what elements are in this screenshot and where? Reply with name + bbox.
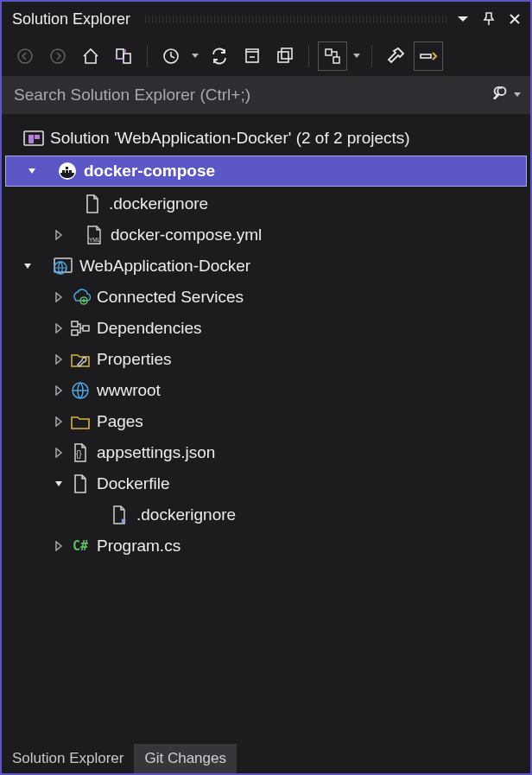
- node-label: Properties: [97, 350, 172, 369]
- file-label: .dockerignore: [109, 194, 208, 213]
- file-dockerignore-2[interactable]: .dockerignore: [2, 499, 530, 530]
- solution-node[interactable]: Solution 'WebApplication-Docker' (2 of 2…: [2, 123, 530, 154]
- track-dropdown-icon[interactable]: [351, 52, 363, 60]
- solution-tree: Solution 'WebApplication-Docker' (2 of 2…: [2, 114, 530, 744]
- chevron-right-icon[interactable]: [52, 446, 66, 460]
- node-connected-services[interactable]: Connected Services: [2, 282, 530, 313]
- chevron-right-icon[interactable]: [52, 290, 66, 304]
- file-dockerfile[interactable]: Dockerfile: [2, 468, 530, 499]
- node-label: wwwroot: [97, 381, 161, 400]
- panel-titlebar: Solution Explorer: [2, 2, 530, 36]
- svg-rect-25: [72, 321, 78, 327]
- svg-rect-9: [333, 57, 339, 63]
- svg-rect-18: [66, 170, 68, 173]
- svg-rect-2: [117, 49, 124, 59]
- chevron-right-icon[interactable]: [52, 415, 66, 429]
- svg-rect-14: [28, 135, 34, 143]
- toolbar: [2, 36, 530, 76]
- svg-rect-10: [421, 54, 431, 58]
- folder-icon: [69, 410, 92, 433]
- svg-point-0: [18, 49, 32, 63]
- nav-forward-button[interactable]: [43, 41, 73, 71]
- globe-icon: [69, 379, 92, 402]
- file-appsettings-json[interactable]: {} appsettings.json: [2, 437, 530, 468]
- chevron-right-icon[interactable]: [52, 384, 66, 397]
- file-dockerignore-1[interactable]: .dockerignore: [2, 188, 530, 219]
- file-label: Dockerfile: [97, 474, 169, 493]
- yml-file-icon: YML: [83, 224, 105, 246]
- collapse-all-button[interactable]: [238, 41, 267, 71]
- panel-grip[interactable]: [142, 15, 449, 23]
- svg-rect-6: [278, 52, 288, 62]
- dependencies-icon: [69, 317, 92, 340]
- show-all-files-button[interactable]: [270, 41, 300, 71]
- svg-rect-27: [83, 326, 89, 331]
- file-icon: [81, 193, 104, 215]
- search-input[interactable]: [14, 86, 491, 105]
- track-active-item-button[interactable]: [318, 41, 347, 71]
- tab-solution-explorer[interactable]: Solution Explorer: [2, 744, 134, 773]
- svg-text:{}: {}: [76, 449, 82, 459]
- svg-rect-20: [69, 170, 72, 173]
- solution-icon: [22, 127, 45, 149]
- preview-selected-button[interactable]: [414, 41, 443, 71]
- properties-button[interactable]: [381, 41, 410, 71]
- chevron-right-icon[interactable]: [52, 539, 66, 553]
- chevron-down-icon[interactable]: [52, 477, 66, 491]
- svg-point-1: [51, 49, 65, 63]
- node-dependencies[interactable]: Dependencies: [2, 313, 530, 344]
- sync-button[interactable]: [205, 41, 234, 71]
- connected-services-icon: [69, 286, 92, 308]
- tab-git-changes[interactable]: Git Changes: [134, 744, 237, 773]
- window-options-icon[interactable]: [454, 10, 472, 28]
- node-properties[interactable]: Properties: [2, 344, 530, 375]
- chevron-down-icon[interactable]: [21, 259, 35, 273]
- node-wwwroot[interactable]: wwwroot: [2, 375, 530, 406]
- node-label: Pages: [97, 412, 143, 431]
- nav-back-button[interactable]: [10, 41, 40, 71]
- close-icon[interactable]: [506, 10, 523, 28]
- pending-changes-filter-button[interactable]: [156, 41, 186, 71]
- solution-explorer-panel: Solution Explorer: [0, 0, 532, 775]
- node-label: Dependencies: [97, 319, 201, 338]
- file-link-icon: [109, 504, 131, 526]
- file-docker-compose-yml[interactable]: YML docker-compose.yml: [2, 219, 530, 251]
- svg-rect-15: [35, 135, 40, 139]
- search-dropdown-icon[interactable]: [513, 91, 522, 99]
- chevron-right-icon[interactable]: [52, 228, 66, 242]
- svg-text:YML: YML: [89, 237, 101, 243]
- file-label: appsettings.json: [97, 443, 215, 462]
- svg-rect-17: [62, 170, 65, 173]
- docker-compose-icon: [56, 160, 79, 182]
- filter-dropdown-icon[interactable]: [189, 52, 201, 60]
- json-file-icon: {}: [69, 441, 92, 464]
- chevron-right-icon[interactable]: [52, 321, 66, 335]
- pin-icon[interactable]: [480, 10, 497, 28]
- project-label: WebApplication-Docker: [79, 257, 250, 276]
- search-bar: [2, 76, 530, 114]
- web-project-icon: [52, 255, 74, 277]
- node-label: Connected Services: [97, 288, 244, 307]
- file-program-cs[interactable]: C# Program.cs: [2, 530, 530, 562]
- file-icon: [69, 473, 92, 495]
- csharp-file-icon: C#: [69, 535, 92, 557]
- chevron-right-icon[interactable]: [52, 353, 66, 366]
- svg-rect-7: [282, 48, 292, 59]
- file-label: .dockerignore: [136, 505, 236, 524]
- svg-rect-3: [124, 54, 130, 63]
- chevron-down-icon[interactable]: [25, 164, 39, 178]
- switch-views-button[interactable]: [109, 41, 138, 71]
- solution-label: Solution 'WebApplication-Docker' (2 of 2…: [50, 129, 410, 148]
- home-button[interactable]: [76, 41, 105, 71]
- project-docker-compose[interactable]: docker-compose: [5, 156, 527, 187]
- search-icon[interactable]: [491, 86, 510, 105]
- svg-rect-26: [72, 330, 78, 335]
- svg-rect-19: [66, 167, 68, 169]
- wrench-folder-icon: [69, 348, 92, 371]
- file-label: docker-compose.yml: [111, 226, 262, 245]
- bottom-tab-strip: Solution Explorer Git Changes: [2, 744, 530, 773]
- file-label: Program.cs: [97, 537, 180, 556]
- project-webapplication-docker[interactable]: WebApplication-Docker: [2, 251, 530, 282]
- node-pages[interactable]: Pages: [2, 406, 530, 437]
- project-label: docker-compose: [84, 162, 215, 181]
